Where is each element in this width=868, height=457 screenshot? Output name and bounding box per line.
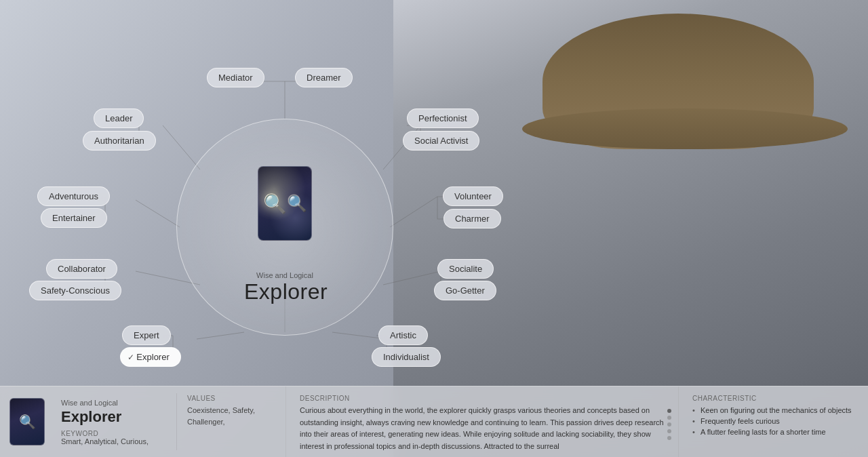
panel-characteristic-section: Characteristic Keen on figuring out the … [678,386,868,457]
node-explorer-selected[interactable]: Explorer [120,347,181,367]
center-subtitle: Wise and Logical [244,271,326,279]
panel-characteristic-label: Characteristic [692,395,854,402]
dot-4 [667,429,671,433]
panel-description-text: Curious about everything in the world, t… [300,405,665,452]
hat-brim-shape [522,108,848,149]
dot-3 [667,422,671,426]
panel-description-label: Description [300,395,665,402]
panel-characteristic-item-2: Frequently feels curious [692,417,854,425]
center-title: Explorer [244,279,326,304]
bottom-panel: 🔍 Wise and Logical Explorer Keyword Smar… [0,386,868,457]
dot-2 [667,416,671,420]
node-charmer[interactable]: Charmer [443,209,501,228]
node-entertainer[interactable]: Entertainer [41,208,107,228]
node-socialite[interactable]: Socialite [437,259,494,279]
node-mediator[interactable]: Mediator [207,68,264,87]
node-adventurous[interactable]: Adventurous [37,186,110,206]
dot-5 [667,436,671,440]
panel-subtitle: Wise and Logical [61,399,170,407]
panel-keyword-label: Keyword [61,430,170,437]
panel-characteristic-item-3: A flutter feeling lasts for a shorter ti… [692,428,854,436]
node-safety-conscious[interactable]: Safety-Conscious [29,281,121,300]
panel-characteristic-item-1: Keen on figuring out the mechanics of ob… [692,406,854,414]
panel-main-title: Explorer [61,408,170,426]
card-icon: 🔍 [287,194,307,213]
mindmap: 🔍 Wise and Logical Explorer Mediator Dre… [0,0,515,386]
panel-title-section: Wise and Logical Explorer Keyword Smart,… [54,386,176,457]
panel-values-text: Coexistence, Safety, Challenger, [187,405,275,427]
node-collaborator[interactable]: Collaborator [46,259,117,279]
panel-keyword-value: Smart, Analytical, Curious, [61,437,170,445]
dot-1 [667,409,671,413]
node-leader[interactable]: Leader [94,108,144,128]
node-go-getter[interactable]: Go-Getter [434,281,496,300]
panel-icon-section: 🔍 [0,386,54,457]
dots-indicator [667,409,671,440]
node-expert[interactable]: Expert [122,325,171,345]
node-social-activist[interactable]: Social Activist [403,131,479,151]
panel-description-section: Description Curious about everything in … [285,386,678,457]
node-volunteer[interactable]: Volunteer [443,186,503,206]
center-label: Wise and Logical Explorer [244,271,326,304]
node-perfectionist[interactable]: Perfectionist [407,108,479,128]
center-card[interactable]: 🔍 [258,166,312,241]
panel-card-icon: 🔍 [9,398,45,445]
panel-values-label: Values [187,395,275,402]
node-individualist[interactable]: Individualist [372,347,441,367]
node-dreamer[interactable]: Dreamer [295,68,353,87]
node-artistic[interactable]: Artistic [378,325,428,345]
node-authoritarian[interactable]: Authoritarian [83,131,156,151]
panel-values-section: Values Coexistence, Safety, Challenger, [177,386,285,457]
